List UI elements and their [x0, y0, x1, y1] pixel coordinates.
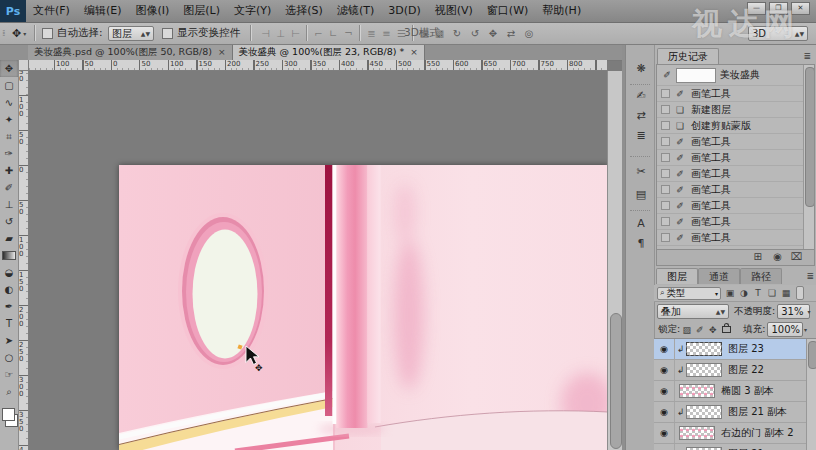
ellipse-tool[interactable]: ○ — [0, 349, 18, 366]
slice-panel-icon[interactable]: ✂ — [631, 161, 651, 181]
3d-slide-icon[interactable]: ⇄ — [502, 28, 520, 39]
new-document-from-state-icon[interactable]: ⊞ — [754, 251, 762, 262]
align-left-icon[interactable]: ⊣ — [258, 28, 273, 39]
3d-drag-icon[interactable]: ✥ — [484, 28, 502, 39]
history-brush-tool[interactable]: ↺ — [0, 213, 18, 230]
3d-rotate-icon[interactable]: ↻ — [448, 28, 466, 39]
move-tool[interactable]: ✥ — [0, 60, 18, 77]
history-item[interactable]: ❏创建剪贴蒙版 — [657, 118, 814, 134]
layer-row[interactable]: ◉椭圆 3 副本 — [654, 381, 816, 402]
menu-item[interactable]: 窗口(W) — [480, 0, 535, 22]
history-source-well[interactable] — [661, 169, 670, 178]
visibility-toggle[interactable]: ◉ — [654, 402, 675, 422]
crop-tool[interactable]: ⌗ — [0, 128, 18, 145]
history-panel-menu-icon[interactable]: ≣ — [803, 51, 811, 61]
character-panel-icon[interactable]: A — [631, 213, 651, 233]
adjustments-panel-icon[interactable]: ❋ — [631, 58, 651, 78]
history-source-well[interactable] — [661, 233, 670, 242]
align-right-icon[interactable]: ⊢ — [288, 28, 303, 39]
info-panel-icon[interactable]: ≣ — [631, 125, 651, 145]
tool-preset-arrow-icon[interactable]: ▾ — [23, 30, 26, 37]
tab-channels[interactable]: 通道 — [698, 268, 740, 284]
distribute-v-center-icon[interactable]: ≡ — [379, 28, 394, 39]
lock-all-icon[interactable] — [722, 326, 731, 333]
layers-scrollbar[interactable] — [806, 339, 816, 450]
history-scrollbar[interactable] — [803, 65, 814, 249]
lasso-tool[interactable]: ∿ — [0, 94, 18, 111]
tab-close-icon[interactable]: × — [218, 47, 226, 57]
eyedropper-tool[interactable]: ✑ — [0, 145, 18, 162]
scrollbar-thumb[interactable] — [805, 67, 815, 207]
lock-paint-icon[interactable]: ✐ — [693, 325, 706, 335]
layer-row[interactable]: ◉↲图层 22 — [654, 360, 816, 381]
tool-presets-panel-icon[interactable]: ▤ — [631, 184, 651, 204]
type-tool[interactable]: T — [0, 315, 18, 332]
zoom-tool[interactable]: ⌕ — [0, 383, 18, 400]
canvas-artwork[interactable]: ✥ — [119, 165, 607, 450]
menu-item[interactable]: 文字(Y) — [227, 0, 278, 22]
dodge-tool[interactable]: ◐ — [0, 281, 18, 298]
filter-toggle-pill[interactable] — [796, 286, 804, 300]
layer-thumbnail[interactable] — [686, 405, 722, 419]
clone-stamp-tool[interactable]: ⊥ — [0, 196, 18, 213]
layer-name[interactable]: 图层 21 副本 — [728, 405, 787, 419]
layer-row[interactable]: ◉↲图层 21 — [654, 444, 816, 450]
layer-name[interactable]: 右边的门 副本 2 — [721, 426, 794, 440]
scrollbar-thumb[interactable] — [808, 341, 816, 369]
visibility-toggle[interactable]: ◉ — [654, 423, 675, 443]
history-item[interactable]: ✐画笔工具 — [657, 198, 814, 214]
scrollbar-thumb[interactable] — [610, 313, 622, 449]
brush-tool[interactable]: ✐ — [0, 179, 18, 196]
paragraph-panel-icon[interactable]: ¶ — [631, 233, 651, 253]
show-transform-checkbox[interactable] — [162, 28, 173, 39]
auto-select-target-dropdown[interactable]: 图层▲▼ — [108, 26, 154, 41]
fill-input[interactable]: 100%▾ — [767, 322, 803, 337]
distribute-top-icon[interactable]: ≣ — [364, 28, 379, 39]
history-item[interactable]: ✐画笔工具 — [657, 150, 814, 166]
history-item[interactable]: ✐画笔工具 — [657, 86, 814, 102]
eraser-tool[interactable]: ▰ — [0, 230, 18, 247]
clone-source-panel-icon[interactable]: ⇄ — [631, 105, 651, 125]
history-item[interactable]: ✐画笔工具 — [657, 230, 814, 246]
document-tab[interactable]: 美妆盛典.psd @ 100%(图层 50, RGB/8) × — [28, 44, 233, 60]
tab-close-icon[interactable]: × — [410, 47, 418, 57]
history-brush-source-icon[interactable]: ✐ — [660, 70, 674, 80]
quick-selection-tool[interactable]: ✦ — [0, 111, 18, 128]
history-item[interactable]: ❏新建图层 — [657, 102, 814, 118]
menu-item[interactable]: 图像(I) — [128, 0, 176, 22]
history-item[interactable]: ✐画笔工具 — [657, 166, 814, 182]
history-source-well[interactable] — [661, 105, 670, 114]
canvas-vertical-scrollbar[interactable] — [607, 71, 622, 450]
tab-history-panel[interactable]: 历史记录 — [657, 48, 719, 64]
menu-item[interactable]: 滤镜(T) — [330, 0, 381, 22]
pen-tool[interactable]: ✒ — [0, 298, 18, 315]
layer-thumbnail[interactable] — [686, 363, 722, 377]
new-snapshot-icon[interactable]: ◉ — [773, 251, 782, 262]
auto-select-checkbox[interactable] — [42, 28, 53, 39]
visibility-toggle[interactable]: ◉ — [654, 360, 675, 380]
menu-item[interactable]: 3D(D) — [381, 0, 428, 22]
layer-thumbnail[interactable] — [679, 384, 715, 398]
delete-state-icon[interactable]: ⌧ — [790, 251, 802, 262]
styles-panel-icon[interactable]: ✍ — [631, 85, 651, 105]
visibility-toggle[interactable]: ◉ — [654, 339, 675, 359]
filter-shape-icon[interactable]: ❏ — [765, 288, 779, 298]
tab-paths[interactable]: 路径 — [740, 268, 782, 284]
history-source-well[interactable] — [661, 185, 670, 194]
foreground-color-swatch[interactable] — [2, 408, 15, 421]
marquee-tool[interactable]: ▢ — [0, 77, 18, 94]
gradient-tool[interactable] — [0, 247, 18, 264]
lock-position-icon[interactable]: ✥ — [706, 325, 719, 335]
blend-mode-dropdown[interactable]: 叠加▲▼ — [657, 304, 729, 319]
layer-thumbnail[interactable] — [686, 342, 722, 356]
align-h-center-icon[interactable]: ⊥ — [273, 28, 288, 39]
history-source-well[interactable] — [661, 217, 670, 226]
path-selection-tool[interactable]: ➤ — [0, 332, 18, 349]
hand-tool[interactable]: ☞ — [0, 366, 18, 383]
layer-row[interactable]: ◉↲图层 21 副本 — [654, 402, 816, 423]
document-tab-active[interactable]: 美妆盛典 @ 100%(图层 23, RGB/8) * × — [233, 44, 425, 60]
history-source-well[interactable] — [661, 201, 670, 210]
align-v-center-icon[interactable]: ∟ — [326, 28, 341, 39]
visibility-toggle[interactable]: ◉ — [654, 381, 675, 401]
menu-item[interactable]: 图层(L) — [176, 0, 227, 22]
